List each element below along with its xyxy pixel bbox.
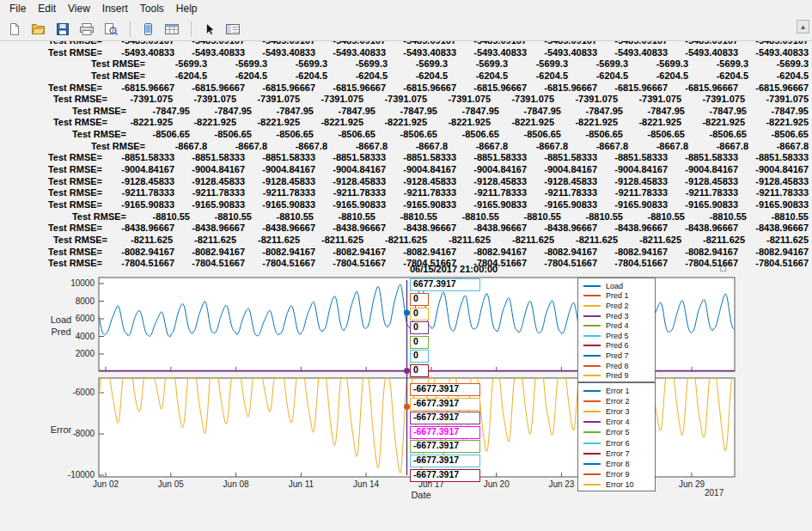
- xtick-label: Jun 20: [474, 479, 519, 489]
- datatip-error-value[interactable]: -6677.3917: [410, 412, 480, 424]
- menu-item-insert[interactable]: Insert: [96, 1, 134, 16]
- legend-error[interactable]: Error 1Error 2Error 3Error 4Error 5Error…: [577, 382, 656, 491]
- legend-entry-pred-1[interactable]: Pred 1: [583, 291, 655, 302]
- rmse-value: -7391.075: [745, 94, 809, 106]
- rmse-label: Test RMSE=: [48, 223, 104, 235]
- rmse-value: -8211.625: [363, 235, 427, 247]
- legend-entry-pred-4[interactable]: Pred 4: [583, 320, 655, 331]
- datatip-pred-value[interactable]: 0: [410, 308, 429, 320]
- rmse-value: -7391.075: [363, 94, 427, 106]
- legend-entry-error-10[interactable]: Error 10: [583, 479, 655, 490]
- rmse-value: -6204.5: [207, 70, 267, 82]
- legend-entry-pred-3[interactable]: Pred 3: [583, 311, 655, 321]
- rmse-label: Test RMSE=: [53, 117, 109, 129]
- save-button[interactable]: [52, 19, 74, 40]
- rmse-value: -8667.8: [448, 141, 508, 153]
- menu-item-edit[interactable]: Edit: [32, 1, 62, 16]
- datatip-pred-value[interactable]: 0: [410, 293, 429, 306]
- rmse-label: Test RMSE=: [53, 94, 109, 106]
- rmse-value: -8221.925: [618, 117, 681, 129]
- rmse-value: -5699.3: [748, 58, 809, 70]
- rmse-value: -6815.96667: [386, 82, 456, 95]
- legend-entry-label: Pred 9: [606, 371, 629, 380]
- legend-entry-error-1[interactable]: Error 1: [583, 386, 655, 396]
- datatip-load-value[interactable]: 6677.3917: [410, 278, 480, 291]
- legend-entry-load[interactable]: Load: [583, 281, 655, 291]
- legend-entry-error-9[interactable]: Error 9: [583, 469, 655, 479]
- rmse-value: -7847.95: [437, 106, 499, 118]
- rmse-label: Test RMSE=: [48, 82, 104, 95]
- rmse-value: -9211.78333: [668, 187, 738, 199]
- rmse-row: Test RMSE=-7804.51667-7804.51667-7804.51…: [0, 258, 812, 270]
- legend-entry-error-5[interactable]: Error 5: [583, 427, 655, 437]
- rmse-value: -8082.94167: [315, 247, 386, 259]
- rmse-value: -8810.55: [623, 211, 685, 223]
- rmse-value: -9211.78333: [386, 187, 456, 199]
- rmse-value: -8221.925: [745, 117, 809, 129]
- datatip-error-value[interactable]: -6677.3917: [410, 398, 480, 411]
- legend-entry-label: Pred 2: [606, 302, 629, 310]
- legend-entry-pred-5[interactable]: Pred 5: [583, 331, 655, 341]
- ytick-label: 4000: [48, 332, 95, 341]
- legend-entry-error-6[interactable]: Error 6: [583, 437, 655, 448]
- datatip-error-value[interactable]: -6677.3917: [410, 455, 480, 467]
- datatip-pred-value[interactable]: 0: [410, 336, 429, 349]
- legend-entry-error-7[interactable]: Error 7: [583, 449, 655, 459]
- legend-line-sample: [583, 442, 601, 444]
- rmse-value: -8221.925: [363, 117, 427, 129]
- xtick-label: Jun 14: [344, 479, 388, 489]
- legend-entry-error-3[interactable]: Error 3: [583, 406, 655, 417]
- rmse-value: -9211.78333: [245, 187, 315, 199]
- rmse-value: -8211.625: [745, 235, 809, 247]
- legend-entry-error-2[interactable]: Error 2: [583, 396, 655, 406]
- pointer-button[interactable]: [198, 19, 220, 40]
- mobile-view-button[interactable]: [137, 19, 159, 40]
- legend-line-sample: [583, 473, 601, 475]
- legend-line-sample: [583, 411, 601, 412]
- rmse-value: -8506.65: [685, 129, 747, 141]
- layout-panel-button[interactable]: [222, 19, 244, 40]
- datatip-error-value[interactable]: -6677.3917: [410, 426, 480, 439]
- legend-entry-pred-2[interactable]: Pred 2: [583, 301, 655, 311]
- ytick-label: 6000: [48, 314, 95, 323]
- rmse-row: Test RMSE=-8851.58333-8851.58333-8851.58…: [0, 152, 812, 164]
- datatip-error-value[interactable]: -6677.3917: [410, 469, 480, 482]
- legend-entry-pred-8[interactable]: Pred 8: [583, 361, 655, 371]
- datatip-pred-value[interactable]: 0: [410, 350, 429, 363]
- rmse-value: -7804.51667: [315, 258, 386, 270]
- datatip-pred-value[interactable]: 0: [410, 321, 429, 334]
- datatip-error-value[interactable]: -6677.3917: [410, 383, 480, 396]
- ytick-label: 2000: [48, 349, 95, 358]
- legend-load-pred[interactable]: LoadPred 1Pred 2Pred 3Pred 4Pred 5Pred 6…: [577, 278, 656, 382]
- figure-window: { "menu_bar": { "items": ["File", "Edit"…: [0, 0, 812, 531]
- legend-entry-error-4[interactable]: Error 4: [583, 417, 655, 427]
- menu-item-view[interactable]: View: [62, 1, 96, 16]
- legend-entry-error-8[interactable]: Error 8: [583, 459, 655, 469]
- datatip-error-value[interactable]: -6677.3917: [410, 440, 480, 453]
- open-file-button[interactable]: [27, 19, 50, 40]
- menu-item-file[interactable]: File: [3, 1, 32, 16]
- print-preview-button[interactable]: [100, 19, 122, 40]
- rmse-value: -9165.90833: [315, 199, 386, 211]
- rmse-value: -8667.8: [628, 141, 688, 153]
- scroll-up-button[interactable]: ▲: [797, 20, 809, 34]
- rmse-value: -8438.96667: [597, 223, 668, 235]
- print-button[interactable]: [76, 19, 98, 40]
- menu-bar: FileEditViewInsertToolsHelp: [0, 0, 812, 17]
- rmse-value: -5699.3: [147, 58, 207, 70]
- legend-entry-pred-6[interactable]: Pred 6: [583, 341, 655, 351]
- legend-entry-pred-7[interactable]: Pred 7: [583, 351, 655, 361]
- pointer-icon: [202, 22, 216, 36]
- data-table-button[interactable]: [161, 19, 183, 40]
- datatip-pred-value[interactable]: 0: [410, 364, 429, 377]
- legend-entry-pred-9[interactable]: Pred 9: [583, 370, 655, 381]
- rmse-label: Test RMSE=: [48, 187, 104, 199]
- rmse-value: -7391.075: [173, 94, 236, 106]
- menu-item-help[interactable]: Help: [170, 1, 204, 16]
- rmse-value: -6204.5: [628, 70, 688, 82]
- rmse-value: -9211.78333: [456, 187, 527, 199]
- menu-item-tools[interactable]: Tools: [134, 1, 170, 16]
- new-document-button[interactable]: [3, 19, 26, 40]
- rmse-value: -7847.95: [747, 106, 809, 118]
- rmse-value: -9004.84167: [738, 164, 809, 176]
